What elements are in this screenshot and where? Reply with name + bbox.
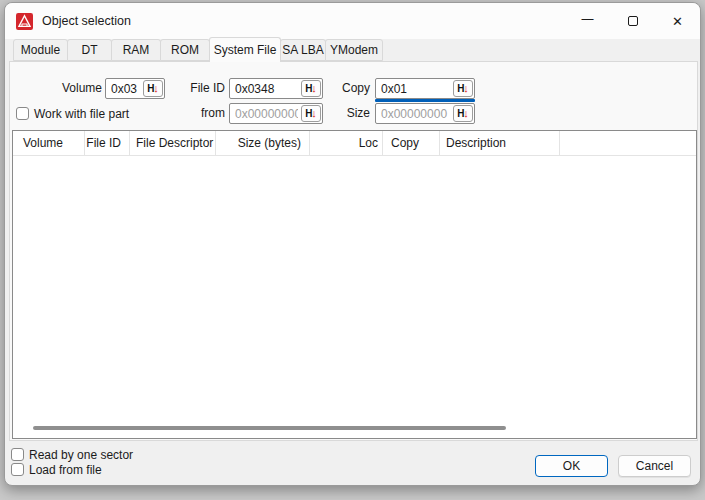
checkbox-icon xyxy=(11,448,24,461)
app-logo-icon xyxy=(16,13,33,30)
system-file-tab-page: Volume H↓ File ID H↓ Copy H↓ Work with f… xyxy=(9,61,698,441)
column-header-description[interactable]: Description xyxy=(440,131,560,155)
window-title: Object selection xyxy=(42,14,131,28)
volume-label: Volume xyxy=(30,78,102,99)
tab-module[interactable]: Module xyxy=(13,39,68,61)
close-icon: ✕ xyxy=(672,14,683,29)
minimize-button[interactable]: — xyxy=(565,3,610,39)
size-hex-button[interactable]: H↓ xyxy=(453,105,473,122)
maximize-button[interactable] xyxy=(610,3,655,39)
load-from-file-checkbox[interactable]: Load from file xyxy=(11,462,102,477)
ok-button[interactable]: OK xyxy=(535,455,608,477)
column-header-volume[interactable]: Volume xyxy=(13,131,85,155)
size-field-group: H↓ xyxy=(375,103,475,124)
horizontal-scrollbar-thumb[interactable] xyxy=(33,426,506,430)
read-by-one-sector-checkbox[interactable]: Read by one sector xyxy=(11,447,133,462)
cancel-button[interactable]: Cancel xyxy=(618,455,691,477)
copy-hex-button[interactable]: H↓ xyxy=(453,80,473,97)
load-from-file-label: Load from file xyxy=(29,463,102,477)
work-with-file-part-checkbox[interactable]: Work with file part xyxy=(16,106,129,121)
file-id-label: File ID xyxy=(140,78,225,99)
column-header-file-descriptor[interactable]: File Descriptor xyxy=(130,131,216,155)
file-list-header: Volume File ID File Descriptor Size (byt… xyxy=(13,131,696,156)
checkbox-icon xyxy=(11,463,24,476)
tab-ymodem[interactable]: YModem xyxy=(325,39,383,61)
tab-ram[interactable]: RAM xyxy=(111,39,161,61)
tab-sa-lba[interactable]: SA LBA xyxy=(280,39,326,61)
from-label: from xyxy=(140,103,225,124)
title-bar: Object selection — ✕ xyxy=(5,3,700,39)
tab-rom[interactable]: ROM xyxy=(160,39,210,61)
copy-field-group: H↓ xyxy=(375,78,475,99)
minimize-icon: — xyxy=(582,13,594,25)
tab-strip: Module DT RAM ROM System File SA LBA YMo… xyxy=(13,39,382,61)
tab-dt[interactable]: DT xyxy=(67,39,112,61)
column-header-copy[interactable]: Copy xyxy=(383,131,440,155)
column-header-size-bytes[interactable]: Size (bytes) xyxy=(216,131,310,155)
column-header-file-id[interactable]: File ID xyxy=(85,131,130,155)
close-button[interactable]: ✕ xyxy=(655,3,700,39)
size-label: Size xyxy=(300,103,370,124)
tab-system-file[interactable]: System File xyxy=(209,37,281,62)
dialog-window: Object selection — ✕ Module DT RAM ROM S… xyxy=(4,2,701,486)
checkbox-icon xyxy=(16,107,29,120)
column-header-loc[interactable]: Loc xyxy=(310,131,383,155)
copy-label: Copy xyxy=(300,78,370,99)
red-down-arrow-icon: ↓ xyxy=(463,108,469,119)
red-down-arrow-icon: ↓ xyxy=(463,83,469,94)
maximize-icon xyxy=(628,16,638,26)
file-list-body[interactable] xyxy=(13,156,696,438)
read-by-one-sector-label: Read by one sector xyxy=(29,448,133,462)
file-list: Volume File ID File Descriptor Size (byt… xyxy=(12,130,697,439)
work-with-file-part-label: Work with file part xyxy=(34,107,129,121)
